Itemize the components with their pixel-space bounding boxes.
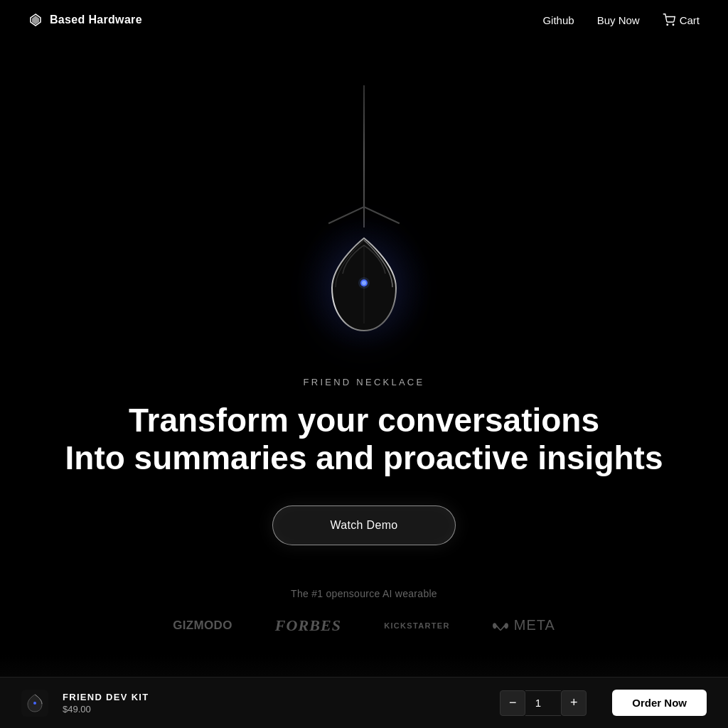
nav-links: Github Buy Now Cart <box>542 14 700 26</box>
quantity-input[interactable] <box>525 690 561 716</box>
product-info: FRIEND DEV KIT $49.00 <box>63 692 486 714</box>
cart-link[interactable]: Cart <box>663 14 700 26</box>
hero-section: FRIEND NECKLACE Transform your conversat… <box>0 0 728 635</box>
hero-content: FRIEND NECKLACE Transform your conversat… <box>37 377 692 545</box>
bottom-bar: FRIEND DEV KIT $49.00 − + Order Now <box>0 677 728 728</box>
github-link[interactable]: Github <box>542 14 574 26</box>
press-forbes: Forbes <box>275 616 341 635</box>
product-price: $49.00 <box>63 704 486 714</box>
svg-point-4 <box>358 277 370 289</box>
quantity-decrease-button[interactable]: − <box>500 690 525 716</box>
product-thumbnail <box>21 690 48 717</box>
cart-icon <box>663 14 675 26</box>
bottom-separator <box>0 655 728 677</box>
navbar: Based Hardware Github Buy Now Cart <box>0 0 728 40</box>
quantity-control: − + <box>500 690 587 716</box>
pendant-svg <box>325 235 403 334</box>
svg-point-1 <box>673 24 674 26</box>
press-meta: Meta <box>493 617 555 633</box>
hero-title-line1: Transform your conversations <box>129 402 599 439</box>
pendant <box>325 235 403 334</box>
buy-now-link[interactable]: Buy Now <box>597 14 640 26</box>
svg-point-5 <box>33 702 36 705</box>
cart-label: Cart <box>680 14 700 26</box>
hero-title-line2: Into summaries and proactive insights <box>65 439 663 476</box>
product-icon <box>26 693 43 713</box>
tagline: The #1 opensource AI wearable <box>291 588 437 599</box>
product-name: FRIEND DEV KIT <box>63 692 486 702</box>
cord-left <box>364 206 400 224</box>
hero-title: Transform your conversations Into summar… <box>65 402 663 477</box>
logo-icon <box>28 13 43 27</box>
press-gizmodo: GIZMODO <box>173 619 232 633</box>
press-logos: GIZMODO Forbes KICKSTARTER Meta <box>144 616 584 635</box>
meta-icon <box>493 621 508 631</box>
watch-demo-button[interactable]: Watch Demo <box>272 505 455 545</box>
order-now-button[interactable]: Order Now <box>612 690 707 716</box>
logo[interactable]: Based Hardware <box>28 13 142 27</box>
svg-point-0 <box>667 24 668 26</box>
necklace-visual <box>257 85 471 355</box>
quantity-increase-button[interactable]: + <box>561 690 587 716</box>
cord-right <box>328 206 365 224</box>
product-label: FRIEND NECKLACE <box>65 377 663 387</box>
brand-name: Based Hardware <box>50 14 142 26</box>
press-kickstarter: KICKSTARTER <box>384 621 450 630</box>
